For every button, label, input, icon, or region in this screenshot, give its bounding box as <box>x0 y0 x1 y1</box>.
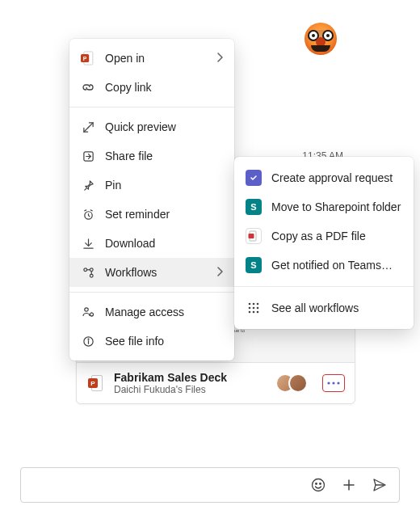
svg-point-24 <box>316 483 317 485</box>
submenu-separator <box>234 286 414 287</box>
workflow-copy-pdf[interactable]: Copy as a PDF file <box>234 221 414 251</box>
menu-label: Pin <box>105 179 223 192</box>
svg-point-14 <box>249 303 251 306</box>
submenu-label: Get notified on Teams… <box>271 259 402 272</box>
submenu-label: See all workflows <box>271 301 402 314</box>
svg-point-2 <box>337 382 339 384</box>
menu-pin[interactable]: Pin <box>69 171 234 200</box>
svg-point-15 <box>253 303 255 306</box>
workflow-get-notified[interactable]: S Get notified on Teams… <box>234 251 414 280</box>
menu-download[interactable]: Download <box>69 229 234 258</box>
message-input[interactable] <box>32 468 300 502</box>
attach-add-button[interactable] <box>336 472 362 498</box>
sender-avatar[interactable] <box>304 23 337 55</box>
pin-icon <box>81 178 95 192</box>
svg-point-20 <box>249 311 251 314</box>
file-context-menu: P Open in Copy link Quick prev <box>69 39 234 360</box>
expand-icon <box>81 120 95 134</box>
svg-point-6 <box>90 268 93 271</box>
menu-set-reminder[interactable]: Set reminder <box>69 200 234 229</box>
powerpoint-icon: P <box>81 51 95 65</box>
menu-label: Manage access <box>105 306 223 318</box>
clock-icon <box>81 207 95 221</box>
people-settings-icon <box>81 305 95 319</box>
menu-separator <box>69 292 234 293</box>
submenu-label: Copy as a PDF file <box>271 230 402 242</box>
svg-point-18 <box>253 307 255 310</box>
menu-label: See file info <box>105 335 223 348</box>
apps-grid-icon <box>246 300 262 316</box>
svg-point-22 <box>257 311 259 314</box>
svg-point-25 <box>320 483 321 485</box>
menu-copy-link[interactable]: Copy link <box>69 73 234 102</box>
svg-point-17 <box>249 307 251 310</box>
menu-label: Copy link <box>105 81 223 94</box>
workflow-move-sharepoint[interactable]: S Move to Sharepoint folder <box>234 192 414 221</box>
menu-workflows[interactable]: Workflows <box>69 258 234 287</box>
workflows-icon <box>81 265 95 280</box>
svg-point-23 <box>313 479 325 491</box>
link-icon <box>81 80 95 95</box>
svg-point-16 <box>257 303 259 306</box>
more-horizontal-icon <box>327 382 340 385</box>
pdf-file-icon <box>246 228 262 244</box>
workflow-see-all[interactable]: See all workflows <box>234 293 414 323</box>
submenu-label: Move to Sharepoint folder <box>271 200 402 213</box>
svg-point-8 <box>85 308 88 311</box>
approvals-app-icon <box>246 170 262 186</box>
plus-icon <box>342 478 356 492</box>
sharepoint-app-icon: S <box>246 257 262 273</box>
download-icon <box>81 236 95 251</box>
info-icon <box>81 334 95 348</box>
emoji-icon <box>310 477 326 493</box>
svg-point-1 <box>332 382 334 384</box>
chevron-right-icon <box>216 52 223 65</box>
workflow-create-approval[interactable]: Create approval request <box>234 163 414 192</box>
svg-point-21 <box>253 311 255 314</box>
sharepoint-app-icon: S <box>246 199 262 215</box>
file-title: Fabrikam Sales Deck <box>114 371 267 384</box>
menu-label: Quick preview <box>105 120 223 133</box>
emoji-button[interactable] <box>305 472 331 498</box>
menu-label: Download <box>105 237 223 250</box>
menu-quick-preview[interactable]: Quick preview <box>69 112 234 141</box>
collaborator-avatars[interactable] <box>275 373 308 393</box>
svg-point-5 <box>83 268 86 271</box>
menu-open-in[interactable]: P Open in <box>69 44 234 73</box>
menu-label: Workflows <box>105 266 207 279</box>
svg-point-7 <box>90 274 93 277</box>
send-icon <box>372 477 388 493</box>
menu-label: Open in <box>105 52 207 65</box>
workflows-submenu: Create approval request S Move to Sharep… <box>234 157 414 329</box>
menu-share-file[interactable]: Share file <box>69 141 234 171</box>
menu-separator <box>69 107 234 108</box>
powerpoint-icon: P <box>86 373 106 393</box>
svg-point-19 <box>257 307 259 310</box>
message-compose-box[interactable] <box>20 467 400 503</box>
menu-manage-access[interactable]: Manage access <box>69 297 234 327</box>
svg-point-11 <box>88 339 89 339</box>
file-more-actions-button[interactable] <box>322 374 345 392</box>
send-button[interactable] <box>367 472 393 498</box>
menu-see-file-info[interactable]: See file info <box>69 327 234 356</box>
file-location: Daichi Fukuda's Files <box>114 384 267 395</box>
svg-rect-13 <box>249 234 254 238</box>
submenu-label: Create approval request <box>271 171 402 184</box>
menu-label: Set reminder <box>105 208 223 221</box>
svg-point-0 <box>327 382 330 384</box>
share-icon <box>81 149 95 163</box>
svg-point-9 <box>90 313 94 316</box>
menu-label: Share file <box>105 150 223 162</box>
chevron-right-icon <box>216 266 223 279</box>
